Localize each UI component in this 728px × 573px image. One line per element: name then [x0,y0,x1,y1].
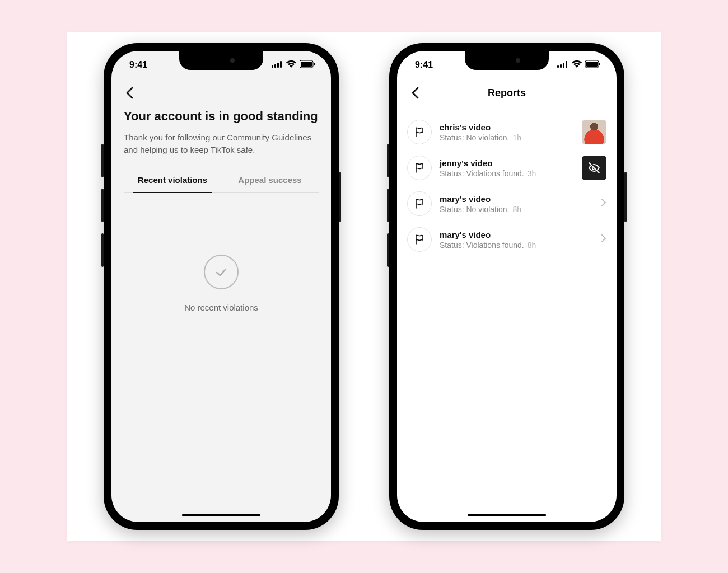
report-status: Status: No violation. 8h [440,205,593,214]
svg-rect-8 [560,64,562,68]
status-indicators [272,60,315,70]
chevron-right-icon [601,198,606,209]
page-subtitle: Thank you for following our Community Gu… [124,131,319,156]
report-status: Status: Violations found. 3h [440,169,574,178]
tab-recent-violations[interactable]: Recent violations [124,168,221,192]
header [111,79,331,107]
wifi-icon [572,60,582,70]
back-button[interactable] [119,83,139,103]
back-button[interactable] [405,83,425,103]
svg-rect-12 [586,62,598,67]
svg-rect-2 [277,63,279,68]
phone-left: 9:41 Your [104,43,339,530]
screen-left: 9:41 Your [111,51,331,522]
status-time: 9:41 [415,60,433,70]
flag-icon [407,120,432,144]
empty-state: No recent violations [124,255,319,312]
report-title: mary's video [440,194,593,204]
flag-icon [407,156,432,180]
svg-rect-7 [557,65,559,68]
report-item[interactable]: mary's video Status: Violations found. 8… [397,222,617,257]
phone-right: 9:41 Reports [389,43,624,530]
video-thumbnail[interactable] [582,120,606,144]
eye-off-icon [587,161,601,175]
report-list: chris's video Status: No violation. 1h j… [397,107,617,264]
status-time: 9:41 [129,60,147,70]
notch [179,51,263,70]
svg-rect-10 [566,61,567,68]
report-status: Status: No violation. 1h [440,133,574,142]
report-item[interactable]: jenny's video Status: Violations found. … [397,150,617,186]
report-body: chris's video Status: No violation. 1h [440,123,574,142]
notch [465,51,549,70]
svg-rect-13 [599,63,600,65]
battery-icon [300,60,315,70]
chevron-left-icon [411,87,419,99]
video-thumbnail-hidden[interactable] [582,156,606,180]
report-body: jenny's video Status: Violations found. … [440,158,574,178]
report-title: chris's video [440,123,574,132]
screen-right: 9:41 Reports [397,51,617,522]
report-body: mary's video Status: No violation. 8h [440,194,593,214]
chevron-left-icon [125,87,133,99]
home-indicator[interactable] [468,514,546,516]
flag-icon [407,191,432,216]
tabs: Recent violations Appeal success [124,168,319,193]
report-body: mary's video Status: Violations found. 8… [440,230,593,250]
flag-icon [407,227,432,252]
svg-rect-6 [314,63,315,65]
screenshot-card: 9:41 Your [67,32,661,541]
page-title: Your account is in good standing [124,109,319,124]
cellular-icon [557,60,568,70]
empty-text: No recent violations [184,303,258,312]
svg-rect-1 [274,64,276,68]
check-circle-icon [204,255,239,289]
home-indicator[interactable] [182,514,260,516]
svg-rect-9 [563,63,564,68]
header-title: Reports [397,87,617,99]
tab-appeal-success[interactable]: Appeal success [221,168,319,192]
status-indicators [557,60,601,70]
report-item[interactable]: chris's video Status: No violation. 1h [397,114,617,150]
svg-rect-5 [301,62,312,67]
content: Your account is in good standing Thank y… [111,107,331,312]
report-status: Status: Violations found. 8h [440,241,593,250]
chevron-right-icon [601,234,606,245]
report-item[interactable]: mary's video Status: No violation. 8h [397,186,617,222]
report-title: jenny's video [440,158,574,168]
report-title: mary's video [440,230,593,239]
cellular-icon [272,60,283,70]
header: Reports [397,79,617,107]
wifi-icon [286,60,296,70]
svg-rect-0 [272,65,273,68]
battery-icon [585,60,601,70]
svg-rect-3 [280,61,282,68]
